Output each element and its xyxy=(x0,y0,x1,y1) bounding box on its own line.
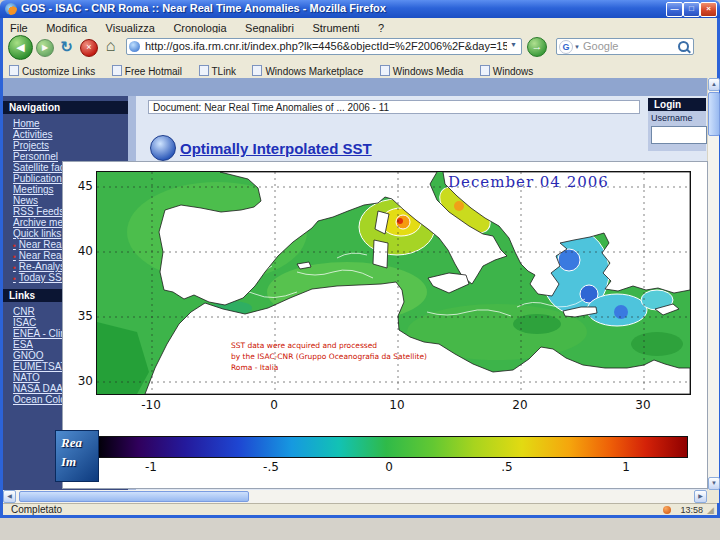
map-plot-frame xyxy=(96,171,691,395)
map-date-title: December 04 2006 xyxy=(448,173,609,191)
sidebar-item-activities[interactable]: Activities xyxy=(13,129,128,140)
google-icon[interactable]: G xyxy=(559,40,573,54)
page-title: Optimally Interpolated SST xyxy=(180,140,372,157)
username-label: Username xyxy=(651,113,693,123)
promo-line: Im xyxy=(56,454,98,470)
bookmark-item[interactable]: TLink xyxy=(199,65,236,77)
map-credit-line: Roma - Italia xyxy=(231,363,278,372)
resize-grip[interactable]: ◢ xyxy=(707,506,716,515)
colorbar-label: .5 xyxy=(492,460,522,474)
bookmark-icon xyxy=(9,65,19,76)
reload-icon[interactable]: ↻ xyxy=(58,38,75,55)
scrollbar-corner xyxy=(707,490,719,503)
lon-label-30: 30 xyxy=(623,398,663,412)
window-border-bottom xyxy=(0,515,720,518)
site-favicon xyxy=(129,41,140,52)
extension-icon[interactable] xyxy=(663,506,671,514)
colorbar-label: 0 xyxy=(374,460,404,474)
sst-map-overlay: December 04 2006 45 40 35 30 -10 0 10 20… xyxy=(62,161,708,489)
menu-file[interactable]: File xyxy=(3,20,35,34)
menu-segnalibri[interactable]: Segnalibri xyxy=(238,20,301,34)
vertical-scrollbar[interactable]: ▲ ▼ xyxy=(707,78,719,490)
map-credit-line: SST data were acquired and processed xyxy=(231,341,377,350)
colorbar-label: -1 xyxy=(136,460,166,474)
address-bar[interactable] xyxy=(126,38,522,55)
bullet-icon: ▪ xyxy=(13,252,16,261)
realtime-images-button[interactable]: Rea Im xyxy=(55,430,99,482)
sidebar-item-home[interactable]: Home xyxy=(13,118,128,129)
go-button[interactable]: → xyxy=(527,37,547,57)
search-engine-dropdown-icon[interactable]: ▼ xyxy=(574,44,580,50)
title-bar[interactable]: GOS - ISAC - CNR Roma :: Near Real Time … xyxy=(0,0,720,18)
document-header: Document: Near Real Time Anomalies of ..… xyxy=(148,100,640,114)
map-credit-line: by the ISAC-CNR (Gruppo Oceanografia da … xyxy=(231,352,427,361)
lon-label-m10: -10 xyxy=(131,398,171,412)
firefox-icon xyxy=(5,3,17,15)
bookmark-item[interactable]: Windows xyxy=(480,65,534,77)
menu-visualizza[interactable]: Visualizza xyxy=(99,20,162,34)
bookmark-item[interactable]: Free Hotmail xyxy=(112,65,182,77)
colorbar xyxy=(96,436,688,458)
bookmark-icon xyxy=(380,65,390,76)
colorbar-label: 1 xyxy=(611,460,641,474)
home-icon[interactable]: ⌂ xyxy=(102,37,119,54)
lon-label-10: 10 xyxy=(377,398,417,412)
status-text: Completato xyxy=(3,504,62,515)
bullet-icon: ▪ xyxy=(13,241,16,250)
lat-label-30: 30 xyxy=(69,374,93,388)
lat-label-40: 40 xyxy=(69,244,93,258)
sidebar-item-projects[interactable]: Projects xyxy=(13,140,128,151)
bookmark-icon xyxy=(199,65,209,76)
stop-icon[interactable]: × xyxy=(80,39,98,57)
lon-label-20: 20 xyxy=(500,398,540,412)
back-button[interactable]: ◀ xyxy=(8,35,33,60)
bookmark-item[interactable]: Windows Marketplace xyxy=(252,65,363,77)
bullet-icon: ▪ xyxy=(13,263,16,272)
menu-bar: File Modifica Visualizza Cronologia Segn… xyxy=(3,18,717,34)
lat-label-45: 45 xyxy=(69,179,93,193)
gos-logo xyxy=(150,135,176,161)
lon-label-0: 0 xyxy=(254,398,294,412)
close-button[interactable]: × xyxy=(700,2,717,17)
scroll-left-icon[interactable]: ◀ xyxy=(3,490,16,503)
window-title: GOS - ISAC - CNR Roma :: Near Real Time … xyxy=(21,2,386,14)
menu-cronologia[interactable]: Cronologia xyxy=(166,20,233,34)
bookmark-item[interactable]: Customize Links xyxy=(9,65,95,77)
horizontal-scroll-thumb[interactable] xyxy=(19,491,249,502)
maximize-button[interactable]: □ xyxy=(683,2,700,17)
bookmark-icon xyxy=(112,65,122,76)
bullet-icon: ▪ xyxy=(13,274,16,283)
bookmarks-toolbar: Customize Links Free Hotmail TLink Windo… xyxy=(3,61,717,79)
menu-strumenti[interactable]: Strumenti xyxy=(305,20,366,34)
bookmark-item[interactable]: Windows Media xyxy=(380,65,464,77)
menu-help[interactable]: ? xyxy=(371,20,391,34)
forward-button[interactable]: ▶ xyxy=(36,39,54,57)
vertical-scroll-thumb[interactable] xyxy=(708,92,720,136)
sidebar-nav-title: Navigation xyxy=(3,101,128,114)
url-dropdown-icon[interactable]: ▼ xyxy=(510,41,517,48)
promo-line: Rea xyxy=(56,435,98,451)
bookmark-icon xyxy=(480,65,490,76)
horizontal-scrollbar[interactable]: ◀ ▶ xyxy=(3,490,707,503)
firefox-window: GOS - ISAC - CNR Roma :: Near Real Time … xyxy=(0,0,720,540)
lat-label-35: 35 xyxy=(69,309,93,323)
scroll-down-icon[interactable]: ▼ xyxy=(708,477,720,490)
username-field[interactable] xyxy=(651,126,707,144)
scroll-up-icon[interactable]: ▲ xyxy=(708,78,720,91)
page-banner xyxy=(3,78,707,96)
menu-modifica[interactable]: Modifica xyxy=(39,20,94,34)
login-title: Login xyxy=(648,98,706,111)
minimize-button[interactable]: — xyxy=(666,2,683,17)
scroll-right-icon[interactable]: ▶ xyxy=(694,490,707,503)
bookmark-icon xyxy=(252,65,262,76)
search-icon[interactable] xyxy=(678,41,689,52)
colorbar-label: -.5 xyxy=(256,460,286,474)
